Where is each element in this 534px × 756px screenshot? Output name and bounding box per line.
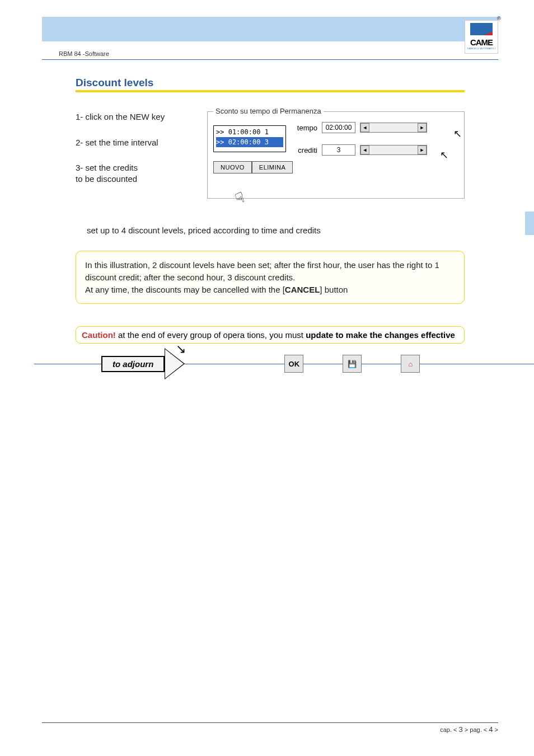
instruction-3a: 3- set the credits	[76, 163, 138, 172]
elimina-button[interactable]: ELIMINA	[252, 161, 293, 173]
ok-button[interactable]: OK	[284, 355, 303, 373]
slider-right-icon[interactable]	[418, 123, 427, 132]
list-item[interactable]: >> 02:00:00 3	[216, 137, 283, 147]
slider-right-icon[interactable]	[418, 145, 427, 154]
tempo-field: tempo 02:00:00 ↖	[291, 122, 458, 133]
footer-pag-num: 4	[489, 725, 493, 734]
nuovo-button[interactable]: NUOVO	[213, 161, 252, 173]
sliders-column: tempo 02:00:00 ↖ crediti 3	[291, 122, 458, 156]
cursor-icon	[233, 189, 247, 208]
top-bar	[42, 17, 498, 41]
crediti-slider[interactable]	[360, 145, 427, 155]
instruction-2: 2- set the time interval	[76, 137, 196, 148]
home-button[interactable]: ⌂	[401, 355, 420, 373]
footer-cap-label: cap. <	[440, 726, 458, 733]
info-line-2a: At any time, the discounts may be cancel…	[85, 285, 285, 294]
caution-callout: Caution! at the end of every group of op…	[76, 326, 465, 344]
crediti-value[interactable]: 3	[322, 144, 355, 156]
side-tab	[525, 212, 534, 235]
logo-subtext: CANCELLI AUTOMATICI	[467, 47, 495, 50]
mid-description: set up to 4 discount levels, priced acco…	[87, 226, 465, 235]
info-line-2c: ] button	[320, 285, 348, 294]
content: Discount levels 1- click on the NEW key …	[42, 60, 465, 379]
home-icon: ⌂	[408, 360, 413, 368]
save-button[interactable]: 💾	[343, 355, 362, 373]
caution-mid: at the end of every group of opera tions…	[116, 330, 306, 340]
footer-pag-tail: >	[493, 726, 498, 733]
cursor-icon: ↖	[440, 149, 448, 161]
page: ® CAME CANCELLI AUTOMATICI RBM 84 -Softw…	[42, 17, 498, 379]
tempo-value[interactable]: 02:00:00	[322, 122, 355, 133]
discount-panel: Sconto su tempo di Permanenza >> 01:00:0…	[207, 111, 465, 199]
crediti-field: crediti 3 ↖	[291, 144, 458, 156]
two-column-layout: 1- click on the NEW key 2- set the time …	[76, 111, 465, 199]
panel-top-row: >> 01:00:00 1 >> 02:00:00 3 tempo 02:00:…	[213, 122, 458, 156]
panel-legend: Sconto su tempo di Permanenza	[213, 107, 324, 115]
discount-listbox[interactable]: >> 01:00:00 1 >> 02:00:00 3	[213, 125, 286, 152]
logo-flag-icon	[470, 23, 493, 35]
crediti-label: crediti	[291, 146, 317, 154]
flow-row: to adjourn ↘ OK 💾 ⌂	[101, 348, 465, 379]
panel-buttons: NUOVO ELIMINA	[213, 161, 458, 173]
info-cancel-bold: CANCEL	[285, 285, 320, 294]
instruction-3b: to be discounted	[76, 174, 137, 184]
footer-cap-num: 3	[459, 725, 463, 734]
logo-text: CAME	[470, 37, 493, 47]
list-item[interactable]: >> 01:00:00 1	[216, 127, 283, 137]
page-footer: cap. < 3 > pag. < 4 >	[42, 722, 498, 734]
adjourn-label: to adjourn	[101, 356, 165, 372]
cursor-icon: ↖	[453, 128, 462, 140]
floppy-icon: 💾	[348, 360, 357, 368]
instruction-3: 3- set the credits to be discounted	[76, 162, 196, 184]
instruction-1: 1- click on the NEW key	[76, 111, 196, 123]
header-underline: RBM 84 -Software	[42, 48, 498, 60]
caution-bold: update to make the changes effective	[306, 330, 455, 340]
product-label: RBM 84 -Software	[59, 50, 109, 57]
footer-cap-tail: > pag. <	[463, 726, 489, 733]
slider-left-icon[interactable]	[360, 123, 369, 132]
slider-left-icon[interactable]	[360, 145, 369, 154]
instructions: 1- click on the NEW key 2- set the time …	[76, 111, 196, 199]
info-line-1: In this illustration, 2 discount levels …	[85, 260, 439, 282]
arrow-right-icon	[165, 348, 185, 379]
tempo-label: tempo	[291, 124, 317, 132]
tempo-slider[interactable]	[360, 123, 427, 133]
brand-logo: CAME CANCELLI AUTOMATICI	[465, 20, 498, 54]
section-title: Discount levels	[76, 77, 465, 92]
info-callout: In this illustration, 2 discount levels …	[76, 251, 465, 304]
caution-lead: Caution!	[82, 330, 116, 340]
